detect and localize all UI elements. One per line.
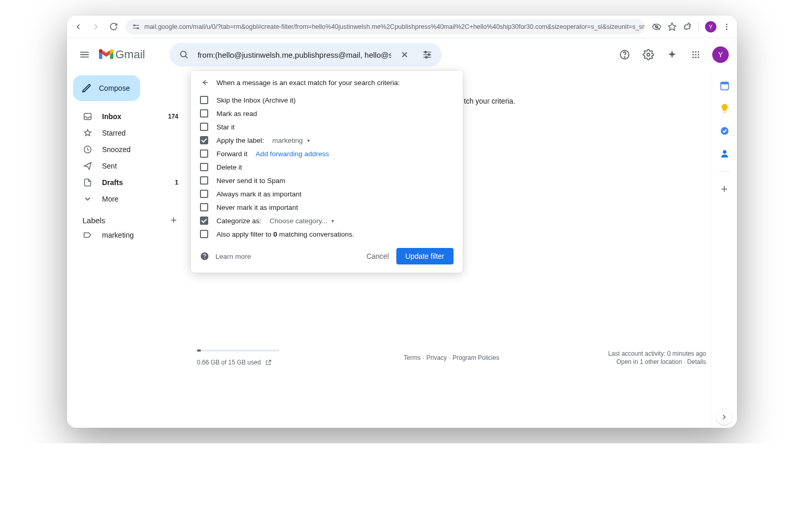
filter-option-select[interactable]: Choose category... bbox=[270, 217, 334, 225]
site-settings-icon[interactable] bbox=[132, 23, 140, 31]
filter-option-label: Star it bbox=[216, 123, 234, 131]
browser-url-bar[interactable]: mail.google.com/mail/u/0/?tab=rm&ogbl#cr… bbox=[126, 19, 645, 35]
add-forwarding-link[interactable]: Add forwarding address bbox=[256, 150, 329, 158]
open-storage-icon[interactable] bbox=[265, 359, 272, 366]
filter-option-select[interactable]: marketing bbox=[272, 137, 309, 144]
filter-option-label: Forward it bbox=[216, 150, 247, 158]
svg-marker-3 bbox=[668, 23, 676, 30]
filter-option-row: Apply the label:marketing bbox=[200, 134, 454, 147]
filter-checkbox[interactable] bbox=[200, 176, 208, 185]
svg-point-4 bbox=[726, 24, 728, 25]
sidebar-item-label: Starred bbox=[102, 129, 126, 137]
svg-marker-24 bbox=[85, 129, 91, 136]
filter-option-row: Never mark it as important bbox=[200, 201, 454, 214]
keep-icon[interactable] bbox=[719, 103, 730, 113]
add-label-button[interactable] bbox=[169, 215, 178, 225]
svg-point-6 bbox=[726, 28, 728, 30]
browser-menu-icon[interactable] bbox=[723, 23, 731, 31]
sidebar-item-label: Sent bbox=[102, 162, 117, 170]
browser-toolbar: mail.google.com/mail/u/0/?tab=rm&ogbl#cr… bbox=[67, 15, 737, 38]
eye-icon[interactable] bbox=[652, 22, 661, 31]
star-icon[interactable] bbox=[667, 22, 677, 31]
sidebar: Compose Inbox 174 Starred Snoozed Sent bbox=[67, 71, 191, 428]
more-icon bbox=[82, 194, 93, 204]
sidebar-item-inbox[interactable]: Inbox 174 bbox=[71, 108, 187, 125]
settings-button[interactable] bbox=[638, 44, 659, 65]
svg-point-17 bbox=[692, 54, 694, 56]
support-button[interactable] bbox=[614, 44, 635, 65]
svg-point-21 bbox=[695, 57, 697, 58]
label-name: marketing bbox=[102, 231, 133, 239]
filter-checkbox[interactable] bbox=[200, 136, 208, 144]
filter-checkbox[interactable] bbox=[200, 109, 208, 118]
footer-link-program-policies[interactable]: Program Policies bbox=[453, 354, 499, 361]
svg-point-14 bbox=[692, 51, 694, 53]
details-link[interactable]: Details bbox=[687, 358, 706, 365]
filter-checkbox[interactable] bbox=[200, 190, 208, 198]
footer: 0.66 GB of 15 GB used Terms · Privacy · … bbox=[197, 350, 706, 366]
filter-option-label: Apply the label: bbox=[216, 137, 264, 144]
contacts-icon[interactable] bbox=[719, 148, 730, 159]
svg-rect-27 bbox=[721, 82, 728, 84]
filter-checkbox[interactable] bbox=[200, 230, 208, 238]
calendar-icon[interactable] bbox=[719, 80, 730, 91]
sidebar-item-label: Drafts bbox=[102, 178, 123, 187]
extensions-icon[interactable] bbox=[683, 22, 692, 31]
collapse-side-panel-button[interactable] bbox=[716, 409, 732, 425]
browser-profile-avatar[interactable]: Y bbox=[705, 21, 716, 32]
browser-back-button[interactable] bbox=[73, 22, 83, 32]
footer-link-privacy[interactable]: Privacy bbox=[426, 354, 446, 361]
sidebar-item-drafts[interactable]: Drafts 1 bbox=[71, 174, 187, 191]
svg-point-20 bbox=[692, 57, 694, 58]
filter-checkbox[interactable] bbox=[200, 163, 208, 171]
svg-point-7 bbox=[181, 51, 187, 57]
label-item-marketing[interactable]: marketing bbox=[71, 227, 187, 243]
account-avatar[interactable]: Y bbox=[712, 46, 729, 63]
sidebar-item-snoozed[interactable]: Snoozed bbox=[71, 141, 187, 158]
browser-reload-button[interactable] bbox=[108, 22, 119, 32]
filter-panel-intro: When a message is an exact match for you… bbox=[216, 79, 400, 87]
filter-checkbox[interactable] bbox=[200, 217, 208, 225]
pencil-icon bbox=[81, 83, 92, 93]
sidebar-item-sent[interactable]: Sent bbox=[71, 158, 187, 174]
main-menu-button[interactable] bbox=[74, 44, 95, 65]
filter-back-button[interactable] bbox=[200, 78, 209, 87]
update-filter-button[interactable]: Update filter bbox=[396, 248, 454, 264]
filter-option-row: Forward itAdd forwarding address bbox=[200, 147, 454, 160]
create-filter-panel: When a message is an exact match for you… bbox=[191, 71, 463, 273]
sparkle-button[interactable] bbox=[662, 44, 682, 65]
separator bbox=[719, 171, 730, 172]
addons-button[interactable]: + bbox=[719, 184, 730, 194]
filter-checkbox[interactable] bbox=[200, 123, 208, 131]
cancel-button[interactable]: Cancel bbox=[359, 248, 396, 264]
browser-forward-button[interactable] bbox=[91, 22, 101, 32]
svg-point-13 bbox=[647, 53, 650, 56]
svg-point-8 bbox=[425, 51, 426, 53]
filter-option-label: Always mark it as important bbox=[216, 190, 301, 198]
sidebar-item-label: More bbox=[102, 195, 119, 203]
storage-bar bbox=[197, 350, 279, 352]
sidebar-item-label: Inbox bbox=[102, 112, 121, 121]
filter-checkbox[interactable] bbox=[200, 203, 208, 211]
learn-more-link[interactable]: Learn more bbox=[200, 252, 251, 261]
filter-option-row: Delete it bbox=[200, 160, 454, 174]
clear-search-button[interactable] bbox=[395, 45, 414, 64]
activity-line: Last account activity: 0 minutes ago bbox=[608, 350, 706, 357]
gmail-logo[interactable]: Gmail bbox=[99, 48, 145, 61]
svg-point-0 bbox=[133, 25, 135, 26]
browser-url-text: mail.google.com/mail/u/0/?tab=rm&ogbl#cr… bbox=[144, 23, 645, 30]
footer-link-terms[interactable]: Terms bbox=[404, 354, 421, 361]
tasks-icon[interactable] bbox=[719, 126, 730, 136]
sidebar-item-starred[interactable]: Starred bbox=[71, 125, 187, 141]
apps-button[interactable] bbox=[685, 44, 706, 65]
filter-checkbox[interactable] bbox=[200, 96, 208, 104]
svg-point-16 bbox=[698, 51, 699, 53]
help-icon bbox=[200, 252, 209, 261]
compose-button[interactable]: Compose bbox=[73, 75, 140, 101]
search-options-button[interactable] bbox=[418, 45, 437, 64]
search-icon[interactable] bbox=[175, 45, 193, 64]
sidebar-item-more[interactable]: More bbox=[71, 191, 187, 207]
filter-checkbox[interactable] bbox=[200, 149, 208, 158]
search-input[interactable] bbox=[197, 51, 391, 59]
svg-point-1 bbox=[137, 27, 139, 29]
